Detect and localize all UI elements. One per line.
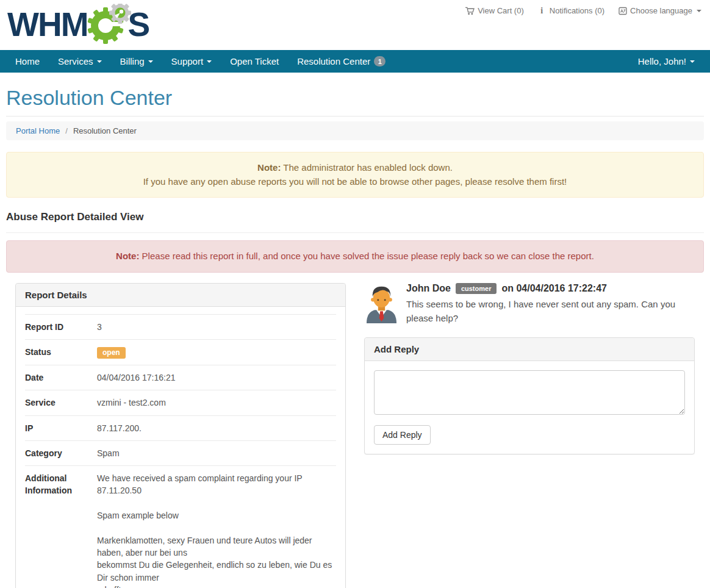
add-reply-panel-title: Add Reply bbox=[365, 338, 694, 361]
add-reply-button[interactable]: Add Reply bbox=[374, 425, 431, 445]
warning-line1: The administrator has enabled lock down. bbox=[281, 162, 453, 173]
report-details-panel-title: Report Details bbox=[16, 284, 345, 307]
nav-label: Resolution Center bbox=[297, 56, 370, 66]
avatar bbox=[364, 283, 399, 323]
message-text: This seems to be wrong, I have never sen… bbox=[406, 297, 695, 326]
nav-label: Support bbox=[171, 56, 204, 66]
role-badge: customer bbox=[456, 283, 497, 294]
table-row: Service vzmini - test2.com bbox=[25, 390, 336, 415]
warning-line2: If you have any open abuse reports you w… bbox=[16, 175, 694, 189]
status-label: Status bbox=[25, 346, 97, 359]
section-heading: Abuse Report Detailed View bbox=[6, 211, 704, 223]
page-title: Resolution Center bbox=[6, 86, 704, 110]
additional-information-label: Additional Information bbox=[25, 472, 97, 588]
report-details-column: Report Details Report ID 3 Status open D… bbox=[6, 274, 355, 588]
nav-label: Home bbox=[15, 56, 40, 66]
nav-item-resolution-center[interactable]: Resolution Center 1 bbox=[288, 50, 395, 73]
conversation-column: John Doe customer on 04/04/2016 17:22:47… bbox=[355, 274, 704, 464]
danger-note-text: Please read this report in full, and onc… bbox=[139, 251, 593, 261]
nav-item-home[interactable]: Home bbox=[6, 50, 49, 73]
table-row: Date 04/04/2016 17:16:21 bbox=[25, 365, 336, 390]
chevron-down-icon bbox=[97, 60, 102, 63]
additional-information-value: We have received a spam complaint regard… bbox=[97, 472, 336, 588]
breadcrumb: Portal Home / Resolution Center bbox=[6, 121, 704, 140]
notifications-label: Notifications (0) bbox=[550, 6, 604, 15]
language-icon bbox=[618, 6, 627, 15]
gear-icon bbox=[86, 4, 131, 44]
info-icon: i bbox=[537, 6, 547, 15]
date-value: 04/04/2016 17:16:21 bbox=[97, 371, 336, 384]
table-row: Status open bbox=[25, 339, 336, 365]
reply-textarea[interactable] bbox=[374, 370, 685, 415]
category-label: Category bbox=[25, 447, 97, 459]
conversation-message: John Doe customer on 04/04/2016 17:22:47… bbox=[364, 283, 695, 326]
main-navbar: Home Services Billing Support Open Ticke… bbox=[0, 50, 710, 73]
message-timestamp: on 04/04/2016 17:22:47 bbox=[501, 283, 607, 294]
table-row: IP 87.117.200. bbox=[25, 415, 336, 440]
table-row: Category Spam bbox=[25, 440, 336, 465]
danger-note-prefix: Note: bbox=[116, 251, 139, 261]
table-row: Report ID 3 bbox=[25, 314, 336, 339]
nav-label: Open Ticket bbox=[230, 56, 279, 66]
nav-item-support[interactable]: Support bbox=[162, 50, 221, 73]
section-divider bbox=[6, 232, 704, 233]
nav-item-account-greeting[interactable]: Hello, John! bbox=[629, 50, 704, 73]
view-cart-link[interactable]: View Cart (0) bbox=[465, 6, 524, 15]
header-links: View Cart (0) i Notifications (0) Choose… bbox=[465, 6, 701, 15]
chevron-down-icon bbox=[690, 60, 695, 63]
cart-icon bbox=[465, 6, 475, 15]
ip-label: IP bbox=[25, 422, 97, 434]
add-reply-panel: Add Reply Add Reply bbox=[364, 337, 695, 454]
warning-note-prefix: Note: bbox=[257, 162, 281, 173]
ip-value: 87.117.200. bbox=[97, 422, 336, 434]
title-divider bbox=[6, 116, 704, 117]
nav-item-billing[interactable]: Billing bbox=[111, 50, 162, 73]
lockdown-warning-alert: Note: The administrator has enabled lock… bbox=[6, 152, 704, 198]
chevron-down-icon bbox=[207, 60, 212, 63]
notifications-link[interactable]: i Notifications (0) bbox=[537, 6, 604, 15]
status-badge: open bbox=[97, 347, 126, 359]
view-cart-label: View Cart (0) bbox=[478, 6, 524, 15]
message-author: John Doe bbox=[406, 283, 451, 294]
breadcrumb-separator: / bbox=[65, 126, 68, 135]
choose-language-dropdown[interactable]: Choose language bbox=[618, 6, 701, 15]
logo-text-whm: WHM bbox=[7, 5, 87, 44]
nav-label: Services bbox=[58, 56, 93, 66]
report-details-panel: Report Details Report ID 3 Status open D… bbox=[15, 283, 346, 588]
service-value: vzmini - test2.com bbox=[97, 396, 336, 409]
read-report-note-alert: Note: Please read this report in full, a… bbox=[6, 240, 704, 273]
nav-label: Billing bbox=[120, 56, 145, 66]
report-id-value: 3 bbox=[97, 321, 336, 333]
report-id-label: Report ID bbox=[25, 321, 97, 333]
nav-item-open-ticket[interactable]: Open Ticket bbox=[221, 50, 288, 73]
category-value: Spam bbox=[97, 447, 336, 459]
greeting-label: Hello, John! bbox=[638, 56, 686, 66]
date-label: Date bbox=[25, 371, 97, 384]
resolution-center-count-badge: 1 bbox=[374, 56, 385, 66]
service-label: Service bbox=[25, 396, 97, 409]
chevron-down-icon bbox=[148, 60, 153, 63]
site-header: WHM bbox=[0, 0, 710, 50]
choose-language-label: Choose language bbox=[630, 6, 692, 15]
chevron-down-icon bbox=[697, 10, 701, 12]
breadcrumb-current: Resolution Center bbox=[73, 126, 137, 135]
nav-item-services[interactable]: Services bbox=[49, 50, 111, 73]
table-row: Additional Information We have received … bbox=[25, 465, 336, 588]
breadcrumb-portal-home-link[interactable]: Portal Home bbox=[16, 126, 60, 135]
